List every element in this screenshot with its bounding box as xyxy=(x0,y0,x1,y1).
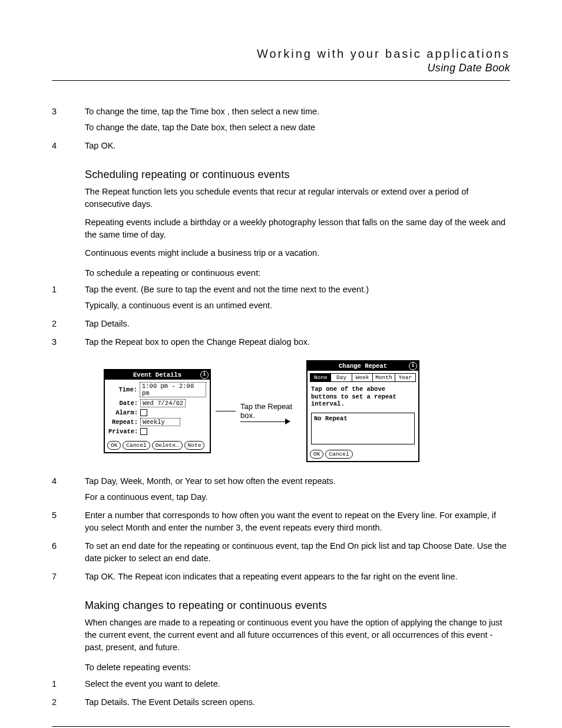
section-title: Using Date Book xyxy=(52,62,510,74)
figure-row: Event Details i Time: 1:00 pm - 2:00 pm … xyxy=(104,360,510,462)
step-number: 1 xyxy=(52,284,68,296)
step-number: 2 xyxy=(52,696,68,709)
paragraph: Continuous events might include a busine… xyxy=(75,247,510,259)
cancel-button[interactable]: Cancel xyxy=(325,450,352,459)
panel-title: Change Repeat xyxy=(339,363,387,370)
proc1-step-3: 3 Tap the Repeat box to open the Change … xyxy=(75,336,510,348)
instruction-text: Tap one of the above buttons to set a re… xyxy=(308,384,418,411)
repeat-label: Repeat: xyxy=(108,419,138,426)
heading-changes: Making changes to repeating or continuou… xyxy=(75,599,510,612)
arrow-line xyxy=(240,421,286,422)
time-box[interactable]: 1:00 pm - 2:00 pm xyxy=(140,382,206,397)
panel-header: Event Details i xyxy=(105,370,210,380)
paragraph: Repeating events include a birthday or a… xyxy=(75,216,510,241)
alarm-checkbox[interactable] xyxy=(140,409,147,416)
step-text: Tap OK. xyxy=(85,140,510,152)
panel-title: Event Details xyxy=(133,371,181,378)
step-number: 7 xyxy=(52,571,68,583)
cancel-button[interactable]: Cancel xyxy=(123,441,150,450)
proc1-step-2: 2 Tap Details. xyxy=(75,318,510,330)
proc1-step-7: 7 Tap OK. The Repeat icon indicates that… xyxy=(75,571,510,583)
step-number: 2 xyxy=(52,318,68,330)
step-number: 5 xyxy=(52,509,68,522)
proc2-step-1: 1 Select the event you want to delete. xyxy=(75,678,510,690)
tab-year[interactable]: Year xyxy=(395,374,415,381)
step-text: Tap Details. xyxy=(85,318,510,330)
date-label: Date: xyxy=(108,400,138,407)
leader-line xyxy=(216,411,236,411)
figure-callout: Tap the Repeat box. xyxy=(240,403,297,420)
step-text: For a continuous event, tap Day. xyxy=(85,491,510,503)
step-text: Enter a number that corresponds to how o… xyxy=(85,509,510,534)
step-number: 4 xyxy=(52,475,68,487)
repeat-box[interactable]: Weekly xyxy=(140,418,180,426)
panel-header: Change Repeat i xyxy=(308,361,418,371)
procedure-title: To schedule a repeating or continuous ev… xyxy=(75,268,510,278)
step-number: 1 xyxy=(52,678,68,690)
callout-text: Tap the Repeat box. xyxy=(240,402,292,419)
ok-button[interactable]: OK xyxy=(107,441,121,450)
tab-day[interactable]: Day xyxy=(331,374,352,381)
proc2-step-2: 2 Tap Details. The Event Details screen … xyxy=(75,696,510,709)
note-button[interactable]: Note xyxy=(184,441,205,450)
procedure-title: To delete repeating events: xyxy=(75,662,510,672)
tab-week[interactable]: Week xyxy=(352,374,373,381)
info-icon[interactable]: i xyxy=(409,362,417,370)
alarm-label: Alarm: xyxy=(108,409,138,416)
chapter-title: Working with your basic applications xyxy=(52,47,510,61)
step-text: Tap Day, Week, Month, or Year to set how… xyxy=(85,475,510,487)
info-icon[interactable]: i xyxy=(200,371,209,379)
private-label: Private: xyxy=(108,428,138,435)
proc1-step-5: 5 Enter a number that corresponds to how… xyxy=(75,509,510,534)
private-checkbox[interactable] xyxy=(140,428,147,435)
step-text: To change the time, tap the Time box , t… xyxy=(85,106,510,118)
step-number: 3 xyxy=(52,106,68,118)
step-text: Tap the Repeat box to open the Change Re… xyxy=(85,336,510,348)
proc1-step-1: 1 Tap the event. (Be sure to tap the eve… xyxy=(75,284,510,312)
step-number: 4 xyxy=(52,140,68,152)
heading-scheduling: Scheduling repeating or continuous event… xyxy=(75,169,510,181)
event-details-panel: Event Details i Time: 1:00 pm - 2:00 pm … xyxy=(104,369,211,453)
repeat-status: No Repeat xyxy=(311,413,415,444)
step-number: 6 xyxy=(52,540,68,552)
ok-button[interactable]: OK xyxy=(310,450,323,459)
change-repeat-panel: Change Repeat i None Day Week Month Year… xyxy=(306,360,419,462)
tab-none[interactable]: None xyxy=(310,374,331,381)
step-text: Tap OK. The Repeat icon indicates that a… xyxy=(85,571,510,583)
time-label: Time: xyxy=(108,386,137,393)
date-box[interactable]: Wed 7/24/02 xyxy=(140,399,186,407)
paragraph: When changes are made to a repeating or … xyxy=(75,617,510,654)
step-text: Select the event you want to delete. xyxy=(85,678,510,690)
step-3: 3 To change the time, tap the Time box ,… xyxy=(75,106,510,134)
header-rule xyxy=(52,80,510,81)
step-text: Typically, a continuous event is an unti… xyxy=(85,299,510,312)
paragraph: The Repeat function lets you schedule ev… xyxy=(75,186,510,210)
proc1-step-6: 6 To set an end date for the repeating o… xyxy=(75,540,510,565)
step-text: To change the date, tap the Date box, th… xyxy=(85,121,510,134)
step-text: Tap Details. The Event Details screen op… xyxy=(85,696,510,709)
step-text: To set an end date for the repeating or … xyxy=(85,540,510,565)
repeat-tabs: None Day Week Month Year xyxy=(310,373,416,382)
delete-button[interactable]: Delete… xyxy=(152,441,183,450)
arrow-right-icon xyxy=(285,419,290,424)
proc1-step-4: 4 Tap Day, Week, Month, or Year to set h… xyxy=(75,475,510,503)
step-number: 3 xyxy=(52,336,68,348)
footer-rule xyxy=(52,726,510,727)
page-header: Working with your basic applications Usi… xyxy=(52,47,510,74)
tab-month[interactable]: Month xyxy=(373,374,395,381)
step-4: 4 Tap OK. xyxy=(75,140,510,152)
step-text: Tap the event. (Be sure to tap the event… xyxy=(85,284,510,296)
